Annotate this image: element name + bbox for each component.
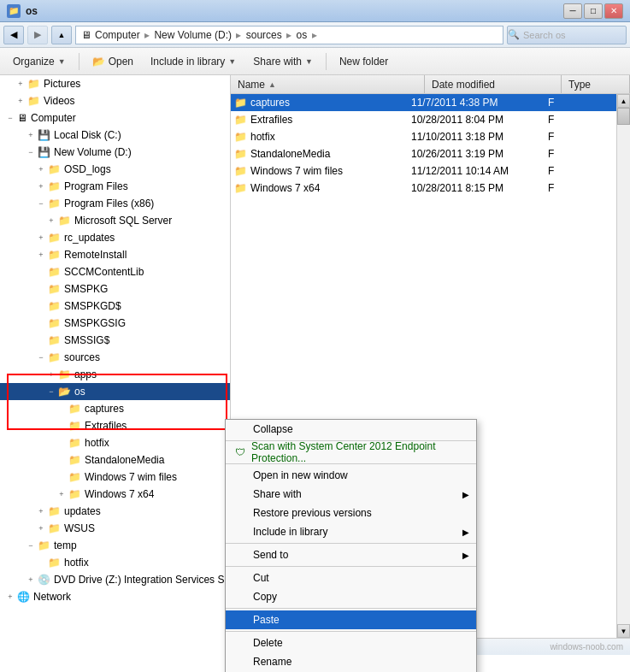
tree-item-win7-wim-sub[interactable]: 📁 Windows 7 wim files: [0, 469, 230, 486]
ctx-share-with[interactable]: Share with ▶: [226, 485, 476, 504]
file-list-scrollbar[interactable]: ▲ ▼: [616, 94, 630, 638]
minimize-button[interactable]: ─: [563, 3, 582, 19]
breadcrumb-folder-icon: 🖥: [81, 29, 91, 41]
tree-item-captures-sub[interactable]: 📁 captures: [0, 400, 230, 417]
watermark: windows-noob.com: [550, 642, 623, 651]
toolbar-separator-2: [326, 53, 327, 70]
maximize-button[interactable]: □: [584, 3, 603, 19]
tree-item-rc-updates[interactable]: + 📁 rc_updates: [0, 229, 230, 246]
tree-item-local-disk-c[interactable]: + 💾 Local Disk (C:): [0, 127, 230, 144]
tree-item-hotfix-temp[interactable]: 📁 hotfix: [0, 554, 230, 571]
up-button[interactable]: ▲: [51, 26, 72, 44]
ctx-paste[interactable]: Paste: [226, 610, 476, 629]
tree-item-remote-install[interactable]: + 📁 RemoteInstall: [0, 246, 230, 263]
ctx-copy[interactable]: Copy: [226, 587, 476, 606]
tree-item-apps[interactable]: + 📁 apps: [0, 366, 230, 383]
tree-item-network[interactable]: + 🌐 Network: [0, 588, 230, 605]
ctx-sep-6: [226, 631, 476, 632]
ctx-sep-4: [226, 566, 476, 567]
tree-item-smspkg[interactable]: 📁 SMSPKG: [0, 280, 230, 298]
column-header-type[interactable]: Type: [562, 75, 630, 93]
tree-item-temp[interactable]: − 📁 temp: [0, 537, 230, 554]
organize-button[interactable]: Organize ▼: [5, 50, 74, 73]
ctx-delete[interactable]: Delete: [226, 634, 476, 652]
title-bar: 📁 os ─ □ ✕: [0, 0, 630, 22]
tree-item-sql-server[interactable]: + 📁 Microsoft SQL Server: [0, 212, 230, 229]
file-row-win7-wim[interactable]: 📁 Windows 7 wim files 11/12/2011 10:14 A…: [231, 162, 616, 180]
tree-item-smspkgd[interactable]: 📁 SMSPKGD$: [0, 298, 230, 315]
ctx-sep-5: [226, 608, 476, 609]
close-button[interactable]: ✕: [604, 3, 623, 19]
address-bar: ◀ ▶ ▲ 🖥 Computer ▸ New Volume (D:) ▸ sou…: [0, 22, 630, 48]
tree-item-program-files[interactable]: + 📁 Program Files: [0, 178, 230, 195]
file-row-extrafiles[interactable]: 📁 Extrafiles 10/28/2011 8:04 PM F: [231, 111, 616, 128]
scroll-up-button[interactable]: ▲: [617, 94, 630, 108]
tree-item-dvd-drive[interactable]: + 💿 DVD Drive (Z:) Integration Services …: [0, 571, 230, 588]
tree-item-osd-logs[interactable]: + 📁 OSD_logs: [0, 161, 230, 178]
context-menu: Collapse 🛡 Scan with System Center 2012 …: [225, 419, 477, 672]
window-title: os: [26, 5, 38, 17]
tree-item-sccm-content-lib[interactable]: 📁 SCCMContentLib: [0, 263, 230, 280]
column-header-name[interactable]: Name ▲: [231, 75, 425, 93]
tree-item-smspkgsig[interactable]: 📁 SMSPKGSIG: [0, 315, 230, 332]
tree-item-wsus[interactable]: + 📁 WSUS: [0, 520, 230, 537]
new-folder-button[interactable]: New folder: [332, 50, 396, 73]
window-controls: ─ □ ✕: [563, 3, 623, 19]
ctx-rename[interactable]: Rename: [226, 652, 476, 671]
tree-item-videos[interactable]: + 📁 Videos: [0, 92, 230, 109]
ctx-cut[interactable]: Cut: [226, 569, 476, 587]
ctx-include-library[interactable]: Include in library ▶: [226, 522, 476, 541]
tree-item-new-volume-d[interactable]: − 💾 New Volume (D:): [0, 144, 230, 161]
file-row-standalone-media[interactable]: 📁 StandaloneMedia 10/26/2011 3:19 PM F: [231, 145, 616, 162]
forward-button[interactable]: ▶: [27, 26, 48, 44]
tree-item-hotfix-sub[interactable]: 📁 hotfix: [0, 434, 230, 451]
scroll-down-button[interactable]: ▼: [617, 624, 630, 638]
tree-item-os[interactable]: − 📂 os: [0, 383, 230, 400]
breadcrumb-text: Computer ▸ New Volume (D:) ▸ sources ▸ o…: [95, 29, 319, 41]
tree-item-standalone-media-sub[interactable]: 📁 StandaloneMedia: [0, 451, 230, 469]
ctx-collapse[interactable]: Collapse: [226, 420, 476, 439]
file-row-hotfix[interactable]: 📁 hotfix 11/10/2011 3:18 PM F: [231, 128, 616, 145]
tree-item-extrafiles-sub[interactable]: 📁 Extrafiles: [0, 417, 230, 434]
tree-item-pictures[interactable]: + 📁 Pictures: [0, 75, 230, 92]
open-button[interactable]: 📂 Open: [85, 50, 141, 73]
file-row-win7-x64[interactable]: 📁 Windows 7 x64 10/28/2011 8:15 PM F: [231, 180, 616, 197]
ctx-open-new-window[interactable]: Open in new window: [226, 466, 476, 485]
toolbar: Organize ▼ 📂 Open Include in library ▼ S…: [0, 48, 630, 75]
ctx-restore-versions[interactable]: Restore previous versions: [226, 504, 476, 522]
tree-item-sources[interactable]: − 📁 sources: [0, 349, 230, 366]
ctx-sccm-scan[interactable]: 🛡 Scan with System Center 2012 Endpoint …: [226, 443, 476, 462]
file-list-header: Name ▲ Date modified Type: [231, 75, 630, 94]
ctx-sep-3: [226, 543, 476, 544]
file-row-captures[interactable]: 📁 captures 11/7/2011 4:38 PM F: [231, 94, 616, 111]
ctx-send-to[interactable]: Send to ▶: [226, 545, 476, 564]
include-library-button[interactable]: Include in library ▼: [143, 50, 244, 73]
toolbar-separator-1: [79, 53, 79, 70]
column-header-date[interactable]: Date modified: [425, 75, 562, 93]
address-breadcrumb[interactable]: 🖥 Computer ▸ New Volume (D:) ▸ sources ▸…: [75, 26, 503, 44]
back-button[interactable]: ◀: [3, 26, 24, 44]
tree-panel: + 📁 Pictures + 📁 Videos − 🖥 Computer + 💾…: [0, 75, 231, 655]
tree-item-smssig[interactable]: 📁 SMSSIG$: [0, 332, 230, 349]
tree-item-win7-x64-sub[interactable]: + 📁 Windows 7 x64: [0, 486, 230, 503]
search-button[interactable]: 🔍 Search os: [507, 26, 627, 44]
tree-item-program-files-x86[interactable]: − 📁 Program Files (x86): [0, 195, 230, 212]
tree-item-updates[interactable]: + 📁 updates: [0, 503, 230, 520]
window-icon: 📁: [7, 4, 21, 18]
tree-item-computer[interactable]: − 🖥 Computer: [0, 109, 230, 127]
share-with-button[interactable]: Share with ▼: [245, 50, 321, 73]
